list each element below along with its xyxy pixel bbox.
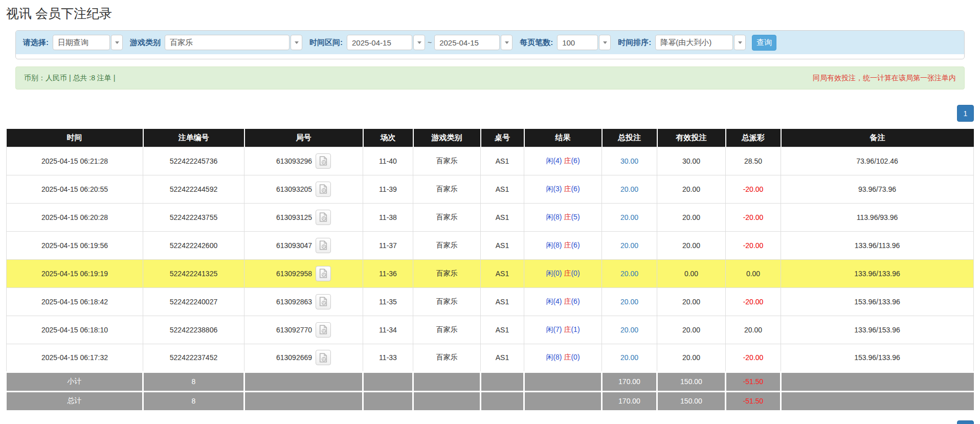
table-no: AS1	[496, 185, 509, 193]
col-header-table-no: 桌号	[481, 129, 524, 147]
page-size-value[interactable]: 100	[557, 35, 598, 50]
result-player: 闲	[546, 157, 553, 165]
round-id: 613093047	[276, 241, 312, 250]
result-banker: 庄	[564, 353, 571, 361]
col-header-bet-id: 注单编号	[143, 129, 244, 147]
game-type-select[interactable]: 百家乐	[165, 35, 302, 50]
video-replay-button[interactable]	[316, 350, 331, 365]
result-banker: 庄	[564, 269, 571, 277]
result-player-points: (3)	[553, 185, 562, 193]
date-from-select[interactable]: 2025-04-15	[347, 35, 425, 50]
result-player: 闲	[546, 325, 553, 333]
game-type-value[interactable]: 百家乐	[165, 35, 289, 50]
summary-row: 总计 8 170.00 150.00 -51.50	[7, 391, 974, 411]
video-replay-button[interactable]	[316, 322, 331, 338]
total-bet-link[interactable]: 20.00	[620, 241, 638, 250]
table-row: 2025-04-15 06:21:28 522422245736 6130932…	[7, 147, 974, 175]
chevron-down-icon[interactable]	[291, 35, 302, 50]
chevron-down-icon[interactable]	[111, 35, 123, 50]
col-header-result: 结果	[524, 129, 602, 147]
result-player: 闲	[546, 297, 553, 305]
chevron-down-icon[interactable]	[599, 35, 611, 50]
valid-bet: 20.00	[682, 326, 700, 334]
sort-order-value[interactable]: 降幂(由大到小)	[655, 35, 733, 50]
date-to-select[interactable]: 2025-04-15	[434, 35, 513, 50]
result-player-points: (4)	[553, 157, 562, 165]
summary-label: 小计	[67, 377, 81, 385]
result-banker-points: (1)	[571, 325, 580, 333]
table-no: AS1	[496, 353, 509, 362]
table-row: 2025-04-15 06:17:32 522422237452 6130926…	[7, 344, 974, 372]
summary-valid-bet: 150.00	[680, 397, 702, 405]
total-bet-link[interactable]: 20.00	[620, 213, 638, 221]
total-bet-link[interactable]: 20.00	[620, 185, 638, 193]
result-banker: 庄	[564, 157, 571, 165]
valid-bet: 20.00	[682, 213, 700, 221]
summary-total-bet: 170.00	[618, 397, 640, 405]
video-replay-button[interactable]	[316, 294, 331, 309]
total-bet-link[interactable]: 20.00	[620, 353, 638, 362]
summary-payout: -51.50	[743, 377, 764, 386]
pagination-top: 1	[6, 105, 974, 122]
date-to-value[interactable]: 2025-04-15	[434, 35, 500, 50]
total-bet-link[interactable]: 20.00	[620, 326, 638, 334]
summary-total-bet: 170.00	[618, 377, 640, 386]
result-banker: 庄	[564, 185, 571, 193]
video-replay-button[interactable]	[316, 210, 331, 225]
total-bet-link[interactable]: 30.00	[620, 157, 638, 165]
valid-bet-notice: 同局有效投注，统一计算在该局第一张注单内	[813, 74, 956, 83]
round-id: 613093296	[276, 157, 312, 165]
total-bet-link[interactable]: 20.00	[620, 270, 638, 278]
table-no: AS1	[496, 326, 509, 334]
query-type-value[interactable]: 日期查询	[53, 35, 110, 50]
video-replay-button[interactable]	[316, 153, 331, 169]
query-type-select[interactable]: 日期查询	[53, 35, 123, 50]
result-player-points: (0)	[553, 269, 562, 277]
table-no: AS1	[496, 157, 509, 165]
payout-value: -20.00	[743, 353, 764, 362]
bet-time: 2025-04-15 06:20:28	[41, 213, 108, 221]
result-player: 闲	[546, 213, 553, 221]
table-row: 2025-04-15 06:18:10 522422238806 6130927…	[7, 316, 974, 344]
payout-value: -20.00	[743, 185, 764, 193]
session-no: 11-39	[379, 185, 397, 193]
table-no: AS1	[496, 298, 509, 306]
note-value: 73.96/102.46	[856, 157, 898, 165]
game-type: 百家乐	[436, 269, 458, 277]
video-replay-button[interactable]	[316, 266, 331, 281]
bet-id: 522422245736	[170, 157, 217, 165]
sort-order-select[interactable]: 降幂(由大到小)	[655, 35, 746, 50]
valid-bet: 20.00	[682, 241, 700, 250]
page-title: 视讯 会员下注纪录	[6, 5, 980, 22]
bet-id: 522422242600	[170, 241, 217, 250]
note-value: 93.96/73.96	[858, 185, 896, 193]
table-row: 2025-04-15 06:20:55 522422244592 6130932…	[7, 175, 974, 203]
result-player: 闲	[546, 269, 553, 277]
video-replay-button[interactable]	[316, 182, 331, 197]
session-no: 11-36	[379, 270, 397, 278]
chevron-down-icon[interactable]	[413, 35, 425, 50]
result-player: 闲	[546, 241, 553, 249]
sort-order-label: 时间排序:	[618, 38, 651, 48]
total-bet-link[interactable]: 20.00	[620, 298, 638, 306]
video-replay-button[interactable]	[316, 238, 331, 253]
page-1-button[interactable]: 1	[957, 105, 974, 122]
page-size-label: 每页笔数:	[520, 38, 553, 48]
payout-value: 28.50	[744, 157, 762, 165]
video-replay-icon	[319, 325, 327, 334]
summary-count: 8	[192, 397, 196, 405]
page-size-select[interactable]: 100	[557, 35, 611, 50]
session-no: 11-33	[379, 353, 397, 362]
bet-records-section: 时间 注单编号 局号 场次 游戏类别 桌号 结果 总投注 有效投注 总派彩 备注…	[6, 129, 974, 412]
page-1-button[interactable]: 1	[957, 420, 974, 424]
summary-row: 小计 8 170.00 150.00 -51.50	[7, 372, 974, 391]
video-replay-icon	[319, 240, 327, 250]
payout-value: 20.00	[744, 326, 762, 334]
chevron-down-icon[interactable]	[734, 35, 746, 50]
bet-time: 2025-04-15 06:21:28	[41, 157, 108, 165]
chevron-down-icon[interactable]	[501, 35, 513, 50]
search-button[interactable]: 查询	[752, 35, 776, 51]
payout-value: 0.00	[746, 270, 760, 278]
bet-id: 522422238806	[170, 326, 217, 334]
date-from-value[interactable]: 2025-04-15	[347, 35, 412, 50]
